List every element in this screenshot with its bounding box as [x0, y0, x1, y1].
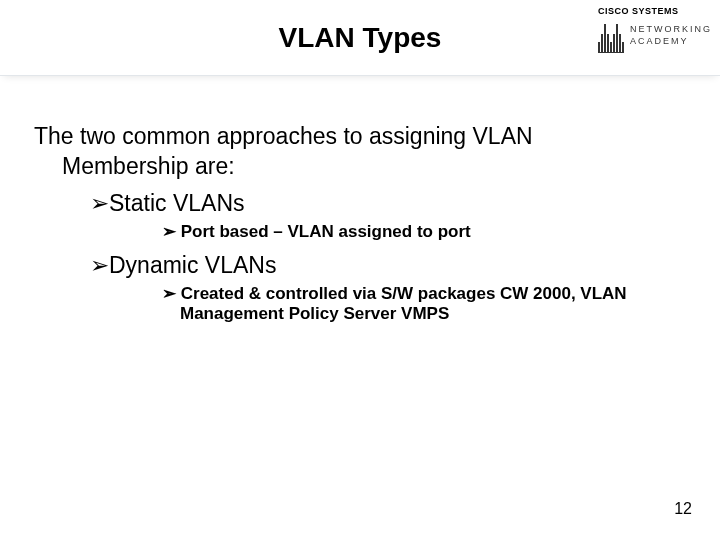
logo-brand-text: CISCO SYSTEMS [598, 6, 679, 16]
logo-top-row: CISCO SYSTEMS [598, 6, 706, 16]
arrow-icon: ➢ [162, 222, 176, 241]
logo-line1: NETWORKING [630, 24, 712, 36]
list-item: ➢Dynamic VLANs [90, 252, 686, 279]
sub-text: Created & controlled via S/W packages CW… [181, 284, 627, 303]
intro-line2: Membership are: [34, 152, 686, 182]
slide-body: The two common approaches to assigning V… [0, 76, 720, 324]
slide: VLAN Types CISCO SYSTEMS NETWORKING ACAD… [0, 0, 720, 540]
list-item-sub: ➢ Created & controlled via S/W packages … [90, 283, 686, 324]
intro-text: The two common approaches to assigning V… [34, 122, 686, 182]
page-number: 12 [674, 500, 692, 518]
bullet-list-level1: ➢Static VLANs ➢ Port based – VLAN assign… [34, 190, 686, 324]
intro-line1: The two common approaches to assigning V… [34, 123, 533, 149]
arrow-icon: ➢ [90, 190, 109, 216]
logo-bottom-row: NETWORKING ACADEMY [598, 19, 706, 53]
list-item-sub: ➢ Port based – VLAN assigned to port [90, 221, 686, 242]
item-label: Dynamic VLANs [109, 252, 276, 278]
bridge-icon [598, 19, 624, 53]
logo-line2: ACADEMY [630, 36, 712, 48]
header-bar: VLAN Types CISCO SYSTEMS NETWORKING ACAD… [0, 0, 720, 76]
cisco-logo: CISCO SYSTEMS NETWORKING ACADEMY [598, 6, 706, 68]
arrow-icon: ➢ [162, 284, 176, 303]
list-item: ➢Static VLANs [90, 190, 686, 217]
sub-text: Port based – VLAN assigned to port [181, 222, 471, 241]
item-label: Static VLANs [109, 190, 245, 216]
arrow-icon: ➢ [90, 252, 109, 278]
sub-text-cont: Management Policy Server VMPS [162, 304, 686, 324]
logo-academy-text: NETWORKING ACADEMY [630, 24, 712, 47]
